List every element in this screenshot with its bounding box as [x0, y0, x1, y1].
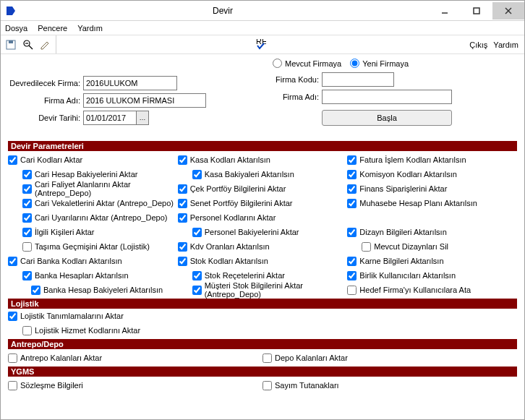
ygms-left-checkbox[interactable] [8, 381, 17, 390]
params-col1-label-8[interactable]: Banka Hesapları Aktarılsın [35, 271, 129, 280]
params-col1-label-1[interactable]: Cari Hesap Bakiyelerini Aktar [35, 170, 137, 179]
params-col2-checkbox-1[interactable] [192, 170, 202, 179]
maximize-button[interactable] [461, 2, 492, 20]
radio-existing-label: Mevcut Firmaya [285, 59, 341, 68]
params-col2-label-9[interactable]: Müşteri Stok Bilgilerini Aktar (Antrepo_… [205, 281, 348, 299]
params-col3-label-6[interactable]: Mevcut Dizaynları Sil [374, 242, 448, 251]
menu-window[interactable]: Pencere [38, 24, 67, 33]
params-col2-checkbox-4[interactable] [178, 213, 187, 223]
menu-file[interactable]: Dosya [5, 24, 27, 33]
params-col3-checkbox-1[interactable] [347, 170, 357, 179]
params-col1-checkbox-7[interactable] [8, 257, 17, 266]
params-col3-checkbox-8[interactable] [347, 271, 357, 280]
params-col3-checkbox-7[interactable] [347, 257, 357, 266]
params-col3-label-9[interactable]: Hedef Firma'yı Kullanıcılara Ata [359, 286, 471, 294]
params-col2-checkbox-8[interactable] [192, 271, 202, 280]
params-col1-label-3[interactable]: Cari Vekaletlerini Aktar (Antrepo_Depo) [35, 199, 174, 207]
radio-new-firm[interactable]: Yeni Firmaya [350, 59, 409, 68]
logistics-checkbox-1[interactable] [22, 326, 32, 335]
params-col2-label-5[interactable]: Personel Bakiyelerini Aktar [205, 228, 299, 236]
close-button[interactable] [492, 2, 524, 20]
params-col1-checkbox-1[interactable] [22, 170, 32, 179]
params-col1-checkbox-2[interactable] [22, 184, 32, 194]
save-icon[interactable] [5, 39, 17, 51]
params-col1-checkbox-4[interactable] [22, 213, 32, 223]
params-col1-label-2[interactable]: Cari Faliyet Alanlarını Aktar (Antrepo_D… [35, 180, 178, 197]
params-col2-label-4[interactable]: Personel Kodlarını Aktar [190, 213, 276, 222]
menu-help[interactable]: Yardım [77, 24, 103, 33]
minimize-button[interactable] [429, 2, 461, 20]
params-col2-label-6[interactable]: Kdv Oranları Aktarılsın [190, 242, 270, 251]
params-col3-label-3[interactable]: Muhasebe Hesap Planı Aktarılsın [359, 199, 477, 207]
params-col2-checkbox-5[interactable] [192, 228, 202, 237]
record-icon[interactable]: REC [255, 39, 266, 51]
params-col1-label-6[interactable]: Taşıma Geçmişini Aktar (Lojistik) [35, 242, 150, 251]
params-col2-label-1[interactable]: Kasa Bakiyaleri Aktarılsın [205, 170, 294, 179]
params-col2-label-3[interactable]: Senet Portföy Bilgilerini Aktar [190, 199, 293, 207]
params-col3-checkbox-5[interactable] [347, 228, 357, 237]
params-col1-label-5[interactable]: İlgili Kişileri Aktar [35, 228, 95, 236]
warehouse-right-checkbox[interactable] [262, 353, 272, 363]
radio-existing-firm[interactable]: Mevcut Firmaya [273, 59, 341, 68]
edit-icon[interactable] [40, 39, 51, 51]
ygms-right-label[interactable]: Sayım Tutanakları [275, 381, 339, 390]
params-col3-label-8[interactable]: Birlik Kullanıcıları Aktarılsın [359, 271, 456, 280]
params-col1-label-9[interactable]: Banka Hesap Bakiyeleri Aktarılsın [43, 286, 163, 294]
params-col1-label-0[interactable]: Cari Kodları Aktar [20, 155, 82, 164]
params-col3-label-1[interactable]: Komisyon Kodları Aktarılsın [359, 170, 457, 179]
zoom-out-icon[interactable] [22, 39, 34, 51]
date-picker-button[interactable]: … [136, 111, 149, 125]
firm-name2-input[interactable] [322, 90, 452, 104]
params-col1-checkbox-0[interactable] [8, 155, 17, 165]
params-col3-checkbox-3[interactable] [347, 199, 357, 208]
ygms-right-checkbox[interactable] [262, 381, 272, 390]
warehouse-left-label[interactable]: Antrepo Kalanları Aktar [20, 353, 102, 362]
firm-label: Devredilecek Firma: [8, 79, 80, 87]
params-col2-label-8[interactable]: Stok Reçetelerini Aktar [205, 271, 285, 280]
toolbar-exit[interactable]: Çıkış [469, 40, 487, 49]
params-col3-checkbox-2[interactable] [347, 184, 357, 194]
section-logistics-header: Lojistik [8, 299, 517, 309]
section-ygms-header: YGMS [8, 367, 517, 377]
params-col2-checkbox-6[interactable] [178, 242, 187, 252]
firm-code-label: Firma Kodu: [268, 75, 319, 84]
params-col2-checkbox-3[interactable] [178, 199, 187, 208]
params-col1-label-7[interactable]: Cari Banka Kodları Aktarılsın [20, 257, 122, 265]
params-col3-checkbox-9[interactable] [347, 286, 357, 295]
params-col1-checkbox-6[interactable] [22, 242, 32, 252]
params-col3-label-5[interactable]: Dizayn Bilgileri Aktarılsın [359, 228, 446, 236]
firm-input[interactable] [83, 76, 177, 90]
logistics-label-1[interactable]: Lojistik Hizmet Kodlarını Aktar [35, 326, 140, 335]
params-col2-checkbox-2[interactable] [178, 184, 187, 194]
logistics-label-0[interactable]: Lojistik Tanımlamalarını Aktar [20, 312, 124, 320]
params-col2-label-0[interactable]: Kasa Kodları Aktarılsın [190, 155, 270, 164]
params-col1-checkbox-8[interactable] [22, 271, 32, 280]
params-col2-label-2[interactable]: Çek Portföy Bilgilerini Aktar [190, 184, 286, 193]
params-col3-checkbox-6[interactable] [362, 242, 371, 252]
params-col2-checkbox-7[interactable] [178, 257, 187, 266]
ygms-left-label[interactable]: Sözleşme Bilgileri [20, 381, 83, 390]
radio-existing-input[interactable] [273, 59, 282, 68]
params-col3-checkbox-0[interactable] [347, 155, 357, 165]
section-warehouse-header: Antrepo/Depo [8, 339, 517, 349]
params-col2-checkbox-0[interactable] [178, 155, 187, 165]
radio-new-input[interactable] [350, 59, 359, 68]
params-col1-checkbox-9[interactable] [31, 286, 40, 295]
warehouse-right-label[interactable]: Depo Kalanları Aktar [275, 353, 348, 362]
start-button[interactable]: Başla [322, 110, 452, 126]
params-col1-checkbox-5[interactable] [22, 228, 32, 237]
params-col2-checkbox-9[interactable] [192, 286, 202, 295]
params-col1-checkbox-3[interactable] [22, 199, 32, 208]
svg-rect-6 [9, 40, 13, 43]
toolbar-help[interactable]: Yardım [493, 40, 518, 49]
params-col3-label-7[interactable]: Karne Bilgileri Aktarılsın [359, 257, 443, 265]
firm-name-input[interactable] [83, 93, 206, 108]
params-col3-label-0[interactable]: Fatura İşlem Kodları Aktarılsın [359, 155, 466, 164]
params-col1-label-4[interactable]: Cari Uyarılarını Aktar (Antrepo_Depo) [35, 213, 167, 222]
params-col2-label-7[interactable]: Stok Kodları Aktarılsın [190, 257, 268, 265]
warehouse-left-checkbox[interactable] [8, 353, 17, 363]
date-input[interactable] [83, 111, 137, 125]
firm-code-input[interactable] [322, 72, 394, 87]
params-col3-label-2[interactable]: Finans Siparişlerini Aktar [359, 184, 447, 193]
logistics-checkbox-0[interactable] [8, 312, 17, 321]
